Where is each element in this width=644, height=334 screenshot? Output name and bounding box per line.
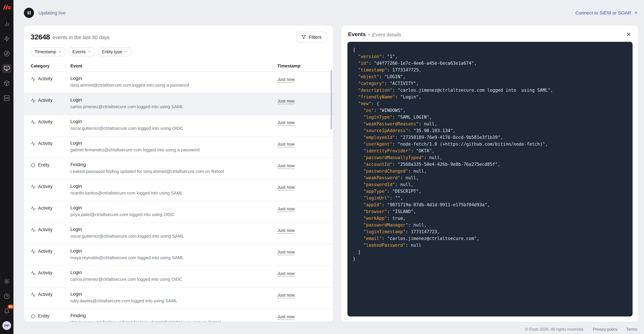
row-timestamp[interactable]: Just now <box>278 206 295 212</box>
privacy-policy-link[interactable]: Privacy policy <box>593 327 618 332</box>
table-row[interactable]: Entity Finding Weak password finding upd… <box>24 309 333 322</box>
table-row[interactable]: Activity Login maya.reynolds@ctrlaltsecu… <box>24 244 333 266</box>
row-timestamp[interactable]: Just now <box>278 249 295 255</box>
events-summary-row: 32648 events in the last 30 days Filters <box>31 32 326 43</box>
row-event-description: oscar.gutierrez@ctrlaltsecure.com logged… <box>70 126 269 131</box>
terms-link[interactable]: Terms <box>626 327 637 332</box>
settings-button[interactable] <box>2 277 12 286</box>
topbar: Updating live Connect to SIEM or SOAR <box>14 0 644 26</box>
sidebar-item-insights[interactable] <box>2 19 12 29</box>
row-timestamp-cell: Just now <box>273 93 326 115</box>
filter-chip-events[interactable]: Events <box>68 47 95 56</box>
filters-button[interactable]: Filters <box>296 32 326 43</box>
row-timestamp[interactable]: Just now <box>278 98 295 104</box>
row-timestamp[interactable]: Just now <box>278 228 295 234</box>
row-timestamp-cell: Just now <box>273 136 326 158</box>
activity-icon <box>31 292 36 297</box>
row-event-description: ruby.davies@ctrlaltsecure.com logged int… <box>70 298 269 303</box>
scrollbar-thumb[interactable] <box>330 70 332 129</box>
row-event-title: Finding <box>70 162 269 167</box>
sidebar: 9+ PP <box>0 0 14 334</box>
row-category-label: Activity <box>38 119 52 124</box>
bar-chart-icon <box>4 21 10 27</box>
row-event-cell: Login maya.reynolds@ctrlaltsecure.com lo… <box>66 244 273 266</box>
filter-chip-entity-type[interactable]: Entity type <box>98 47 132 56</box>
row-category-cell: Entity <box>31 309 66 322</box>
activity-icon <box>31 249 36 254</box>
zap-icon <box>4 36 10 42</box>
table-row[interactable]: Activity Login oscar.gutierrez@ctrlaltse… <box>24 223 333 244</box>
connect-siem-link[interactable]: Connect to SIEM or SOAR <box>576 10 638 16</box>
row-timestamp-cell: Just now <box>273 158 326 179</box>
row-timestamp-cell: Just now <box>273 309 326 322</box>
sidebar-item-integrations[interactable] <box>2 93 12 103</box>
row-timestamp[interactable]: Just now <box>278 271 295 277</box>
copyright-text: © Push 2026. All rights reserved. <box>525 327 584 332</box>
activity-icon <box>31 77 36 82</box>
row-event-description: oscar.gutierrez@ctrlaltsecure.com logged… <box>70 234 269 239</box>
row-category-label: Activity <box>38 206 52 211</box>
event-json-viewer[interactable]: { "version": "1", "id": "d4f77266-1e7c-4… <box>348 42 632 316</box>
row-timestamp[interactable]: Just now <box>278 185 295 191</box>
table-row[interactable]: Activity Login carlos.jimenez@ctrlaltsec… <box>24 266 333 287</box>
row-category-label: Activity <box>38 76 52 81</box>
row-timestamp[interactable]: Just now <box>278 292 295 298</box>
table-row[interactable]: Activity Login gabriel.fernandez@ctrlalt… <box>24 136 333 158</box>
table-row[interactable]: Activity Login priya.patel@ctrlaltsecure… <box>24 201 333 223</box>
table-row[interactable]: Activity Login carlos.jimenez@ctrlaltsec… <box>24 93 333 115</box>
row-category-cell: Entity <box>31 158 66 179</box>
pause-icon <box>28 11 28 15</box>
events-count-caption: events in the last 30 days <box>53 34 110 40</box>
chevron-down-icon <box>87 50 91 54</box>
row-timestamp[interactable]: Just now <box>278 163 295 169</box>
app-root: 9+ PP Updating live Connect to SIEM or S… <box>0 0 644 334</box>
row-event-cell: Login priya.patel@ctrlaltsecure.com logg… <box>66 201 273 222</box>
help-button[interactable] <box>2 291 12 301</box>
entity-icon <box>31 314 36 319</box>
pause-live-button[interactable] <box>24 8 34 18</box>
pause-icon <box>30 11 30 15</box>
connect-siem-label: Connect to SIEM or SOAR <box>576 10 631 16</box>
chevron-down-icon <box>58 50 62 54</box>
arrow-up-right-icon <box>634 11 638 15</box>
row-event-cell: Login ruby.davies@ctrlaltsecure.com logg… <box>66 287 273 309</box>
row-event-title: Login <box>70 183 269 189</box>
row-event-title: Login <box>70 248 269 253</box>
sidebar-item-explore[interactable] <box>2 49 12 58</box>
row-category-label: Activity <box>38 249 52 254</box>
row-event-cell: Finding Weak password finding updated fo… <box>66 309 273 322</box>
row-category-label: Activity <box>38 98 52 103</box>
footer: © Push 2026. All rights reserved. Privac… <box>14 324 644 334</box>
sidebar-item-activity[interactable] <box>2 34 12 44</box>
row-category-cell: Activity <box>31 287 66 309</box>
column-header-timestamp: Timestamp <box>273 60 326 71</box>
row-category-cell: Activity <box>31 223 66 244</box>
push-logo-icon <box>3 5 11 10</box>
filters-button-label: Filters <box>309 34 322 40</box>
table-row[interactable]: Activity Login ruby.davies@ctrlaltsecure… <box>24 287 333 309</box>
filter-chip-timestamp[interactable]: Timestamp <box>31 47 66 56</box>
events-table-body: Activity Login tariq.ahmed@ctrlaltsecure… <box>24 72 333 322</box>
sidebar-item-apps[interactable] <box>2 79 12 88</box>
row-timestamp[interactable]: Just now <box>278 120 295 126</box>
row-timestamp[interactable]: Just now <box>278 141 295 147</box>
activity-icon <box>31 184 36 190</box>
row-event-description: maya.reynolds@ctrlaltsecure.com logged i… <box>70 255 269 260</box>
table-row[interactable]: Activity Login oscar.gutierrez@ctrlaltse… <box>24 115 333 136</box>
sidebar-item-monitoring[interactable] <box>2 64 12 73</box>
push-logo[interactable] <box>3 5 11 10</box>
table-row[interactable]: Activity Login tariq.ahmed@ctrlaltsecure… <box>24 72 333 93</box>
row-timestamp-cell: Just now <box>273 201 326 222</box>
table-row[interactable]: Activity Login ricardo.santos@ctrlaltsec… <box>24 180 333 201</box>
table-row[interactable]: Entity Finding Leaked password finding u… <box>24 158 333 180</box>
row-timestamp-cell: Just now <box>273 72 326 93</box>
close-icon <box>626 32 631 37</box>
user-avatar[interactable]: PP <box>2 321 11 330</box>
notifications-button[interactable]: 9+ <box>2 306 12 316</box>
row-category-cell: Activity <box>31 115 66 136</box>
main-area: Updating live Connect to SIEM or SOAR 32… <box>14 0 644 334</box>
row-timestamp[interactable]: Just now <box>278 77 295 83</box>
chip-label: Events <box>72 49 86 54</box>
close-panel-button[interactable] <box>625 31 632 38</box>
row-timestamp[interactable]: Just now <box>278 314 295 320</box>
